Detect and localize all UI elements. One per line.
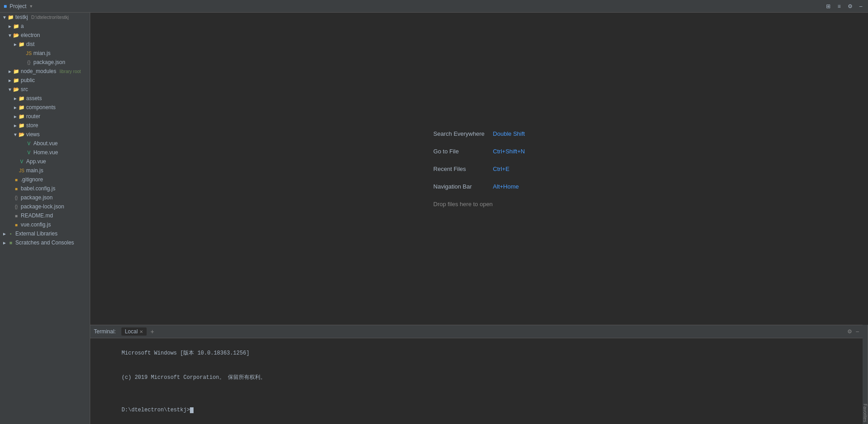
tree-item-scratches[interactable]: ► ■ Scratches and Consoles [0, 238, 90, 247]
tree-item-a[interactable]: ► 📁 a [0, 22, 90, 31]
navigation-bar-shortcut[interactable]: Alt+Home [493, 183, 519, 190]
node-modules-arrow: ► [7, 69, 13, 74]
electron-arrow: ▼ [7, 33, 13, 38]
search-everywhere-label: Search Everywhere [434, 130, 488, 137]
tree-item-package-json[interactable]: {} package.json [0, 193, 90, 202]
terminal-tab-icons: ⚙ – [847, 328, 859, 335]
terminal-content[interactable]: Microsoft Windows [版本 10.0.18363.1256] (… [90, 338, 863, 424]
tree-item-store[interactable]: ► 📁 store [0, 121, 90, 130]
mian-js-label: mian.js [32, 50, 51, 56]
title-bar-icons: ⊞ ≡ ⚙ – [825, 3, 864, 10]
terminal-tab-label: Terminal: [94, 328, 116, 335]
bottom-area: Terminal: Local ✕ + ⚙ – Microsoft Window… [0, 325, 868, 424]
dist-label: dist [25, 41, 35, 47]
router-label: router [25, 113, 40, 120]
go-to-file-label: Go to File [434, 148, 488, 155]
dist-folder-icon: 📁 [18, 41, 25, 47]
bottom-main: Terminal: Local ✕ + ⚙ – Microsoft Window… [90, 325, 863, 424]
drop-files-label: Drop files here to open [434, 201, 493, 207]
search-everywhere-shortcut[interactable]: Double Shift [493, 130, 525, 137]
go-to-file-row: Go to File Ctrl+Shift+N [434, 148, 525, 155]
root-folder-icon: 📁 [7, 14, 14, 20]
tree-item-electron[interactable]: ▼ 📂 electron [0, 31, 90, 40]
grid-icon[interactable]: ⊞ [825, 3, 832, 10]
tree-item-about-vue[interactable]: V About.vue [0, 139, 90, 148]
external-libraries-label: External Libraries [14, 230, 57, 237]
navigation-bar-label: Navigation Bar [434, 183, 488, 190]
app-vue-label: App.vue [25, 158, 46, 165]
components-folder-icon: 📁 [18, 105, 25, 111]
tree-item-components[interactable]: ► 📁 components [0, 103, 90, 112]
about-vue-icon: V [25, 141, 32, 146]
pkg-lock-label: package-lock.json [20, 203, 64, 210]
readme-icon: ■ [13, 213, 20, 218]
a-label: a [20, 23, 24, 29]
tree-item-public[interactable]: ► 📁 public [0, 76, 90, 85]
tree-item-electron-package-json[interactable]: {} package.json [0, 58, 90, 67]
tree-item-vue-config[interactable]: ■ vue.config.js [0, 220, 90, 229]
tree-item-views[interactable]: ▼ 📂 views [0, 130, 90, 139]
tree-item-dist[interactable]: ► 📁 dist [0, 40, 90, 49]
components-arrow: ► [13, 105, 18, 110]
node-modules-icon: 📁 [13, 69, 20, 74]
terminal-add-button[interactable]: + [148, 328, 156, 335]
vue-config-label: vue.config.js [20, 221, 51, 228]
terminal-cursor [190, 407, 194, 413]
a-arrow: ► [7, 24, 13, 29]
tree-item-gitignore[interactable]: ■ .gitignore [0, 175, 90, 184]
electron-label: electron [20, 32, 40, 38]
terminal-line-1: Microsoft Windows [版本 10.0.18363.1256] [96, 341, 857, 365]
electron-pkg-icon: {} [25, 60, 32, 65]
src-folder-icon: 📂 [13, 87, 20, 92]
dist-arrow: ► [13, 42, 18, 47]
go-to-file-shortcut[interactable]: Ctrl+Shift+N [493, 148, 525, 155]
scratches-label: Scratches and Consoles [14, 240, 74, 246]
node-modules-label: node_modules library root [20, 68, 81, 74]
public-arrow: ► [7, 78, 13, 83]
tree-item-assets[interactable]: ► 📁 assets [0, 94, 90, 103]
terminal-minimize-icon[interactable]: – [856, 328, 859, 335]
router-arrow: ► [13, 114, 18, 119]
terminal-tab-close[interactable]: ✕ [139, 329, 143, 334]
project-dropdown-icon[interactable]: ▼ [29, 4, 33, 9]
recent-files-label: Recent Files [434, 166, 488, 172]
recent-files-row: Recent Files Ctrl+E [434, 166, 509, 172]
tree-item-package-lock[interactable]: {} package-lock.json [0, 202, 90, 211]
public-folder-icon: 📁 [13, 78, 20, 83]
a-folder-icon: 📁 [13, 23, 20, 29]
babel-icon: ■ [13, 186, 20, 191]
terminal-settings-icon[interactable]: ⚙ [847, 328, 852, 335]
welcome-panel: Search Everywhere Double Shift Go to Fil… [434, 130, 525, 207]
recent-files-shortcut[interactable]: Ctrl+E [493, 166, 509, 172]
tree-item-node-modules[interactable]: ► 📁 node_modules library root [0, 67, 90, 76]
tree-item-external-libraries[interactable]: ► ▪ External Libraries [0, 229, 90, 238]
tree-item-mian-js[interactable]: JS mian.js [0, 49, 90, 58]
tree-item-router[interactable]: ► 📁 router [0, 112, 90, 121]
views-label: views [25, 131, 40, 138]
terminal-tab-local[interactable]: Local ✕ [121, 327, 147, 336]
tree-item-src[interactable]: ▼ 📂 src [0, 85, 90, 94]
vue-config-icon: ■ [13, 222, 20, 227]
project-label[interactable]: Project [9, 3, 26, 9]
tree-item-main-js[interactable]: JS main.js [0, 166, 90, 175]
terminal-tab-local-label: Local [125, 328, 138, 335]
babel-label: babel.config.js [20, 185, 55, 192]
tree-item-readme[interactable]: ■ README.md [0, 211, 90, 220]
search-everywhere-row: Search Everywhere Double Shift [434, 130, 525, 137]
assets-arrow: ► [13, 96, 18, 101]
tree-item-babel[interactable]: ■ babel.config.js [0, 184, 90, 193]
gear-icon[interactable]: ⚙ [846, 3, 854, 10]
tree-root[interactable]: ▼ 📁 testkj D:\dtelectron\testkj [0, 13, 90, 22]
electron-folder-icon: 📂 [13, 32, 20, 38]
tree-item-app-vue[interactable]: V App.vue [0, 157, 90, 166]
tree-item-home-vue[interactable]: V Home.vue [0, 148, 90, 157]
pkg-json-icon: {} [13, 195, 20, 200]
store-arrow: ► [13, 123, 18, 128]
root-label: testkj D:\dtelectron\testkj [14, 14, 69, 20]
list-icon[interactable]: ≡ [836, 3, 843, 10]
project-icon: ■ [4, 3, 7, 9]
gitignore-label: .gitignore [20, 176, 43, 183]
scratches-icon: ■ [7, 240, 14, 245]
minimize-icon[interactable]: – [857, 3, 864, 10]
external-arrow: ► [2, 231, 7, 236]
